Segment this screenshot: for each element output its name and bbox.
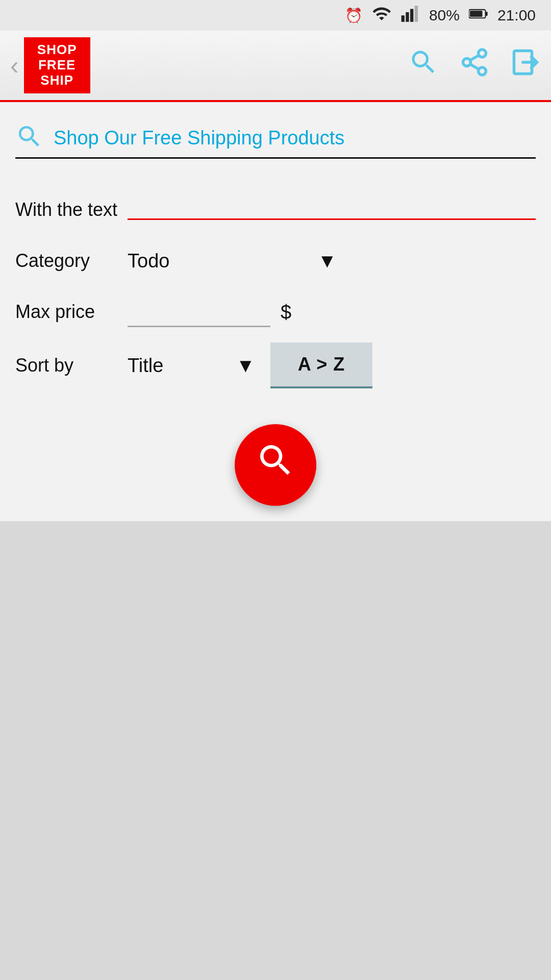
max-price-field-area: $ [128,297,536,327]
svg-rect-2 [410,9,413,21]
signal-icon [400,4,420,27]
svg-rect-3 [415,6,418,22]
search-icon[interactable] [408,47,439,84]
sort-by-label: Sort by [15,355,128,376]
category-field-area: Todo Electronics Clothing Books Home ▼ [128,250,536,272]
app-header: ‹ SHOP FREE SHIP [0,31,551,102]
exit-icon[interactable] [510,47,541,84]
status-bar: ⏰ 80% 21:00 [0,0,551,31]
svg-rect-0 [401,15,404,22]
svg-rect-6 [485,11,487,15]
search-fab-icon [255,440,296,491]
battery-icon [469,7,488,24]
svg-line-10 [470,64,479,69]
clock-icon: ⏰ [345,7,363,24]
sort-by-row: Sort by Title Price Rating Date ▼ A > Z [15,337,536,394]
svg-point-7 [479,50,486,57]
main-search-input[interactable] [54,127,536,153]
back-button[interactable]: ‹ [10,51,19,80]
bottom-area [0,521,551,980]
svg-point-9 [479,67,486,75]
share-icon[interactable] [459,47,490,84]
battery-percent: 80% [429,7,460,24]
app-logo: SHOP FREE SHIP [24,37,90,93]
with-text-input[interactable] [128,200,536,220]
search-bar-icon [15,122,43,157]
max-price-row: Max price $ [15,286,536,337]
sort-by-select[interactable]: Title Price Rating Date [128,355,260,376]
svg-line-11 [470,55,479,60]
sort-by-select-wrapper: Title Price Rating Date ▼ [128,355,260,376]
category-row: Category Todo Electronics Clothing Books… [15,235,536,286]
category-select-wrapper: Todo Electronics Clothing Books Home ▼ [128,250,342,272]
header-actions [408,47,541,84]
max-price-input[interactable] [128,297,270,327]
sort-by-field-area: Title Price Rating Date ▼ A > Z [128,342,536,388]
svg-rect-1 [406,12,409,21]
logo-text: SHOP FREE SHIP [37,42,77,88]
svg-point-8 [463,58,471,66]
category-select[interactable]: Todo Electronics Clothing Books Home [128,250,342,272]
search-fab-container [15,424,536,506]
main-content: With the text Category Todo Electronics … [0,102,551,521]
time-display: 21:00 [497,7,536,24]
search-bar-row [15,122,536,159]
filter-form: With the text Category Todo Electronics … [15,184,536,394]
currency-symbol: $ [281,301,291,323]
with-text-field-area [128,200,536,220]
with-text-row: With the text [15,184,536,235]
wifi-icon [372,4,391,27]
search-fab-button[interactable] [235,424,316,506]
with-text-label: With the text [15,199,128,220]
status-icons: ⏰ 80% 21:00 [345,4,536,27]
max-price-label: Max price [15,301,128,323]
sort-order-button[interactable]: A > Z [270,342,372,388]
category-label: Category [15,250,128,272]
svg-rect-5 [470,10,482,16]
